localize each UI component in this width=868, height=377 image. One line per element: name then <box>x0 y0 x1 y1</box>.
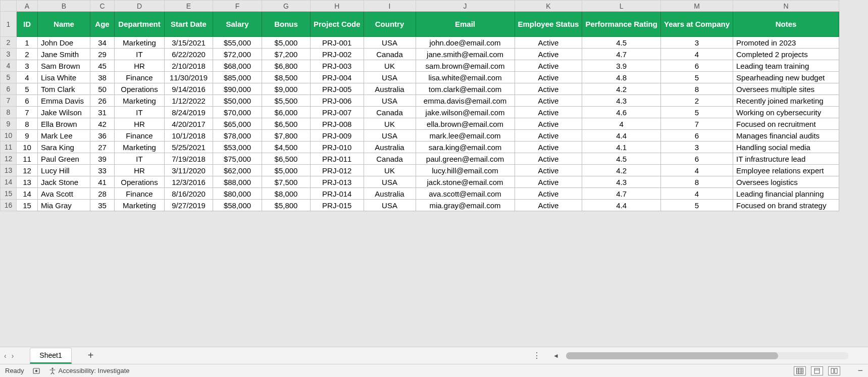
cell[interactable]: Marketing <box>115 142 165 153</box>
cell[interactable]: 42 <box>90 118 115 130</box>
column-header-E[interactable]: E <box>165 1 213 12</box>
cell[interactable]: 15 <box>17 200 38 211</box>
cell[interactable]: 6 <box>660 60 733 72</box>
cell[interactable]: 45 <box>90 60 115 72</box>
macro-record-icon[interactable] <box>32 367 40 375</box>
cell[interactable]: 1/12/2022 <box>165 95 213 107</box>
column-header-N[interactable]: N <box>733 1 839 12</box>
column-header-I[interactable]: I <box>364 1 416 12</box>
cell[interactable]: 8/16/2020 <box>165 188 213 200</box>
cell[interactable]: 4 <box>660 188 733 200</box>
cell[interactable]: USA <box>364 37 416 49</box>
add-sheet-button[interactable]: + <box>88 350 94 361</box>
tab-nav-next[interactable]: › <box>12 352 14 360</box>
row-header-6[interactable]: 6 <box>1 83 17 95</box>
cell[interactable]: 39 <box>90 153 115 165</box>
cell[interactable]: $8,500 <box>262 72 311 83</box>
cell[interactable]: 4 <box>660 49 733 60</box>
cell[interactable]: 29 <box>90 49 115 60</box>
cell[interactable]: Active <box>515 188 582 200</box>
cell[interactable]: 4.2 <box>582 165 661 176</box>
cell[interactable]: $7,800 <box>262 130 311 142</box>
column-header-C[interactable]: C <box>90 1 115 12</box>
cell[interactable]: $88,000 <box>213 176 262 188</box>
header-cell[interactable]: Years at Company <box>660 12 733 37</box>
view-page-break-icon[interactable] <box>828 366 840 375</box>
cell[interactable]: PRJ-015 <box>311 200 364 211</box>
cell[interactable]: lucy.hill@email.com <box>416 165 515 176</box>
cell[interactable]: 4.7 <box>582 49 661 60</box>
cell[interactable]: 5 <box>660 107 733 118</box>
cell[interactable]: 5/25/2021 <box>165 142 213 153</box>
cell[interactable]: Tom Clark <box>38 83 90 95</box>
tab-nav-prev[interactable]: ‹ <box>4 352 7 360</box>
cell[interactable]: Active <box>515 72 582 83</box>
cell[interactable]: Finance <box>115 72 165 83</box>
cell[interactable]: UK <box>364 165 416 176</box>
cell[interactable]: 8 <box>17 118 38 130</box>
cell[interactable]: USA <box>364 95 416 107</box>
cell[interactable]: 6/22/2020 <box>165 49 213 60</box>
cell[interactable]: 4.3 <box>582 95 661 107</box>
spreadsheet-grid[interactable]: ABCDEFGHIJKLMN1IDNameAgeDepartmentStart … <box>0 0 839 211</box>
select-all-corner[interactable] <box>1 1 17 12</box>
cell[interactable]: Australia <box>364 188 416 200</box>
cell[interactable]: Paul Green <box>38 153 90 165</box>
cell[interactable]: 28 <box>90 188 115 200</box>
cell[interactable]: Active <box>515 165 582 176</box>
cell[interactable]: jack.stone@email.com <box>416 176 515 188</box>
cell[interactable]: 4 <box>660 165 733 176</box>
cell[interactable]: Finance <box>115 188 165 200</box>
cell[interactable]: PRJ-002 <box>311 49 364 60</box>
cell[interactable]: $5,000 <box>262 37 311 49</box>
horizontal-scrollbar-thumb[interactable] <box>566 352 778 359</box>
cell[interactable]: Marketing <box>115 95 165 107</box>
cell[interactable]: 5 <box>660 200 733 211</box>
cell[interactable]: Lucy Hill <box>38 165 90 176</box>
cell[interactable]: Handling social media <box>733 142 839 153</box>
cell[interactable]: Operations <box>115 83 165 95</box>
header-cell[interactable]: Start Date <box>165 12 213 37</box>
cell[interactable]: 9 <box>17 130 38 142</box>
header-cell[interactable]: Name <box>38 12 90 37</box>
cell[interactable]: $53,000 <box>213 142 262 153</box>
cell[interactable]: IT <box>115 49 165 60</box>
cell[interactable]: mia.gray@email.com <box>416 200 515 211</box>
cell[interactable]: Ava Scott <box>38 188 90 200</box>
row-header-12[interactable]: 12 <box>1 153 17 165</box>
cell[interactable]: PRJ-005 <box>311 83 364 95</box>
cell[interactable]: Canada <box>364 107 416 118</box>
cell[interactable]: 3 <box>660 37 733 49</box>
cell[interactable]: Canada <box>364 153 416 165</box>
cell[interactable]: USA <box>364 200 416 211</box>
column-header-L[interactable]: L <box>582 1 661 12</box>
cell[interactable]: UK <box>364 118 416 130</box>
cell[interactable]: $6,000 <box>262 107 311 118</box>
cell[interactable]: Active <box>515 49 582 60</box>
cell[interactable]: ella.brown@email.com <box>416 118 515 130</box>
cell[interactable]: $62,000 <box>213 165 262 176</box>
cell[interactable]: Active <box>515 200 582 211</box>
header-cell[interactable]: Email <box>416 12 515 37</box>
cell[interactable]: $7,200 <box>262 49 311 60</box>
cell[interactable]: PRJ-011 <box>311 153 364 165</box>
cell[interactable]: Active <box>515 37 582 49</box>
column-header-B[interactable]: B <box>38 1 90 12</box>
cell[interactable]: HR <box>115 60 165 72</box>
accessibility-status[interactable]: Accessibility: Investigate <box>48 367 130 375</box>
column-header-H[interactable]: H <box>311 1 364 12</box>
row-header-7[interactable]: 7 <box>1 95 17 107</box>
cell[interactable]: 3 <box>17 60 38 72</box>
header-cell[interactable]: Employee Status <box>515 12 582 37</box>
cell[interactable]: 2 <box>17 49 38 60</box>
cell[interactable]: HR <box>115 165 165 176</box>
cell[interactable]: 34 <box>90 37 115 49</box>
cell[interactable]: emma.davis@email.com <box>416 95 515 107</box>
cell[interactable]: 35 <box>90 200 115 211</box>
cell[interactable]: USA <box>364 130 416 142</box>
row-header-1[interactable]: 1 <box>1 12 17 37</box>
cell[interactable]: $70,000 <box>213 107 262 118</box>
cell[interactable]: 4.6 <box>582 107 661 118</box>
row-header-14[interactable]: 14 <box>1 176 17 188</box>
cell[interactable]: PRJ-014 <box>311 188 364 200</box>
